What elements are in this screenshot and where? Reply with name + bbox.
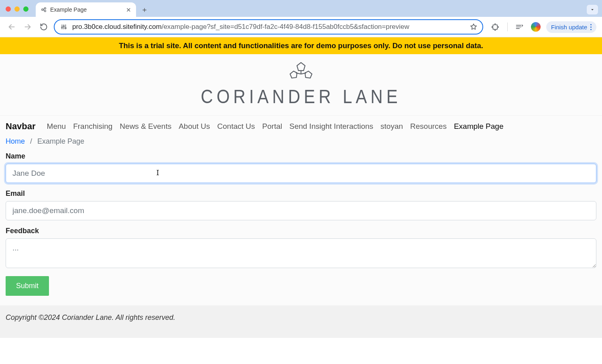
email-label: Email [6,189,596,198]
site-footer: Copyright ©2024 Coriander Lane. All righ… [0,305,602,338]
nav-link-stoyan[interactable]: stoyan [380,122,403,131]
address-bar[interactable]: pro.3b0ce.cloud.sitefinity.com/example-p… [54,19,483,35]
nav-link-portal[interactable]: Portal [262,122,282,131]
nav-link-about[interactable]: About Us [179,122,210,131]
nav-back-button[interactable] [6,21,18,33]
field-feedback: Feedback [6,227,596,270]
window-zoom-button[interactable] [23,6,28,12]
nav-link-example-page[interactable]: Example Page [454,122,504,131]
media-controls-icon[interactable] [513,21,525,33]
main-navbar: Navbar Menu Franchising News & Events Ab… [0,116,602,136]
nav-forward-button[interactable] [22,21,34,33]
kebab-icon [590,24,592,30]
url-host: pro.3b0ce.cloud.sitefinity.com [72,23,162,31]
tab-strip: Example Page ✕ ＋ [0,0,602,17]
nav-link-contact[interactable]: Contact Us [217,122,255,131]
new-tab-button[interactable]: ＋ [138,4,150,16]
nav-link-insight[interactable]: Send Insight Interactions [289,122,373,131]
svg-point-5 [65,28,66,29]
feedback-label: Feedback [6,227,596,235]
nav-link-franchising[interactable]: Franchising [73,122,112,131]
svg-marker-8 [305,71,312,78]
name-label: Name [6,152,596,161]
email-input[interactable] [6,201,596,220]
extensions-icon[interactable] [490,21,502,33]
breadcrumb-current: Example Page [37,137,84,145]
field-email: Email [6,189,596,220]
window-close-button[interactable] [6,6,11,12]
bookmark-star-icon[interactable] [470,23,478,31]
reload-button[interactable] [38,21,50,33]
submit-button[interactable]: Submit [6,276,49,296]
close-tab-button[interactable]: ✕ [126,7,131,13]
site-header: CORIANDER LANE [0,54,602,116]
profile-avatar[interactable] [531,22,541,32]
brand-wordmark: CORIANDER LANE [201,85,401,108]
svg-point-4 [63,26,65,27]
browser-chrome: Example Page ✕ ＋ pro.3b0ce.cloud.sitefin… [0,0,602,37]
svg-marker-6 [297,63,305,71]
browser-toolbar: pro.3b0ce.cloud.sitefinity.com/example-p… [0,17,602,37]
trial-banner: This is a trial site. All content and fu… [0,37,602,54]
breadcrumb: Home / Example Page [0,136,602,150]
page-body: Name Email Feedback Submit [0,150,602,305]
nav-link-news[interactable]: News & Events [120,122,171,131]
url-text: pro.3b0ce.cloud.sitefinity.com/example-p… [72,23,466,31]
window-minimize-button[interactable] [14,6,20,12]
name-input[interactable] [6,164,596,183]
toolbar-right: Finish update [490,21,596,33]
svg-marker-7 [290,71,297,78]
tabs-dropdown-button[interactable] [587,5,598,14]
breadcrumb-home[interactable]: Home [6,137,25,145]
nav-link-menu[interactable]: Menu [47,122,66,131]
tab-title: Example Page [50,6,87,13]
toolbar-separator [507,22,508,31]
svg-point-0 [42,9,43,10]
navbar-brand[interactable]: Navbar [6,121,36,132]
field-name: Name [6,152,596,183]
tab-favicon [41,6,47,13]
window-controls [6,6,28,12]
finish-update-button[interactable]: Finish update [546,21,596,33]
finish-update-label: Finish update [551,24,587,31]
svg-point-3 [61,27,63,28]
brand-logo-icon [284,60,318,83]
browser-tab[interactable]: Example Page ✕ [36,2,136,17]
nav-link-resources[interactable]: Resources [410,122,447,131]
url-path: /example-page?sf_site=d51c79df-fa2c-4f49… [162,23,409,31]
feedback-textarea[interactable] [6,238,596,268]
site-settings-icon[interactable] [59,22,68,31]
breadcrumb-separator: / [30,137,32,145]
